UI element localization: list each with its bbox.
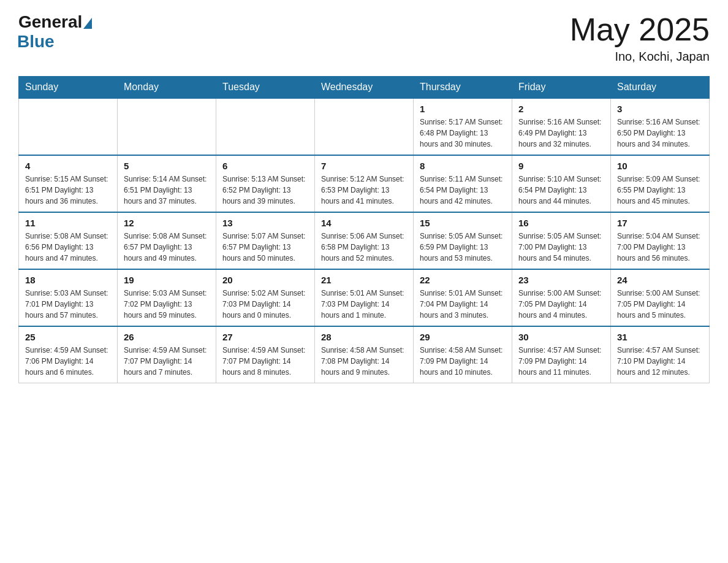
- day-number: 25: [25, 332, 111, 342]
- day-number: 31: [617, 332, 703, 342]
- calendar-cell: 22Sunrise: 5:01 AM Sunset: 7:04 PM Dayli…: [414, 269, 512, 326]
- day-number: 3: [617, 104, 703, 114]
- location-title: Ino, Kochi, Japan: [570, 50, 710, 64]
- calendar-cell: 19Sunrise: 5:03 AM Sunset: 7:02 PM Dayli…: [118, 269, 216, 326]
- day-info: Sunrise: 5:04 AM Sunset: 7:00 PM Dayligh…: [617, 231, 703, 264]
- day-info: Sunrise: 5:13 AM Sunset: 6:52 PM Dayligh…: [222, 174, 308, 207]
- day-number: 4: [25, 161, 111, 171]
- day-info: Sunrise: 5:05 AM Sunset: 7:00 PM Dayligh…: [518, 231, 604, 264]
- day-number: 29: [420, 332, 506, 342]
- day-number: 5: [124, 161, 210, 171]
- calendar-cell: 2Sunrise: 5:16 AM Sunset: 6:49 PM Daylig…: [512, 98, 611, 155]
- day-info: Sunrise: 5:00 AM Sunset: 7:05 PM Dayligh…: [518, 288, 604, 321]
- calendar-cell: 10Sunrise: 5:09 AM Sunset: 6:55 PM Dayli…: [611, 155, 710, 212]
- logo-blue-text: Blue: [17, 32, 55, 52]
- day-number: 15: [420, 218, 506, 228]
- weekday-header-monday: Monday: [118, 77, 216, 99]
- calendar-cell: 11Sunrise: 5:08 AM Sunset: 6:56 PM Dayli…: [19, 212, 118, 269]
- day-number: 10: [617, 161, 703, 171]
- weekday-header-saturday: Saturday: [611, 77, 710, 99]
- day-info: Sunrise: 4:58 AM Sunset: 7:08 PM Dayligh…: [321, 345, 407, 378]
- day-number: 6: [222, 161, 308, 171]
- day-info: Sunrise: 5:16 AM Sunset: 6:50 PM Dayligh…: [617, 117, 703, 150]
- day-number: 9: [518, 161, 604, 171]
- week-row-3: 11Sunrise: 5:08 AM Sunset: 6:56 PM Dayli…: [19, 212, 710, 269]
- calendar-cell: [216, 98, 315, 155]
- page-header: General Blue May 2025 Ino, Kochi, Japan: [18, 12, 710, 64]
- day-info: Sunrise: 5:07 AM Sunset: 6:57 PM Dayligh…: [222, 231, 308, 264]
- week-row-1: 1Sunrise: 5:17 AM Sunset: 6:48 PM Daylig…: [19, 98, 710, 155]
- day-info: Sunrise: 5:08 AM Sunset: 6:57 PM Dayligh…: [124, 231, 210, 264]
- day-info: Sunrise: 5:16 AM Sunset: 6:49 PM Dayligh…: [518, 117, 604, 150]
- day-info: Sunrise: 5:15 AM Sunset: 6:51 PM Dayligh…: [25, 174, 111, 207]
- calendar-cell: 5Sunrise: 5:14 AM Sunset: 6:51 PM Daylig…: [118, 155, 216, 212]
- day-number: 11: [25, 218, 111, 228]
- calendar-cell: 23Sunrise: 5:00 AM Sunset: 7:05 PM Dayli…: [512, 269, 611, 326]
- day-info: Sunrise: 5:08 AM Sunset: 6:56 PM Dayligh…: [25, 231, 111, 264]
- day-info: Sunrise: 5:12 AM Sunset: 6:53 PM Dayligh…: [321, 174, 407, 207]
- day-number: 13: [222, 218, 308, 228]
- weekday-header-tuesday: Tuesday: [216, 77, 315, 99]
- calendar-cell: 31Sunrise: 4:57 AM Sunset: 7:10 PM Dayli…: [611, 326, 710, 383]
- week-row-2: 4Sunrise: 5:15 AM Sunset: 6:51 PM Daylig…: [19, 155, 710, 212]
- calendar-cell: 16Sunrise: 5:05 AM Sunset: 7:00 PM Dayli…: [512, 212, 611, 269]
- calendar-cell: 13Sunrise: 5:07 AM Sunset: 6:57 PM Dayli…: [216, 212, 315, 269]
- month-title: May 2025: [570, 12, 710, 47]
- calendar-cell: 14Sunrise: 5:06 AM Sunset: 6:58 PM Dayli…: [315, 212, 414, 269]
- day-number: 21: [321, 275, 407, 285]
- calendar-table: SundayMondayTuesdayWednesdayThursdayFrid…: [18, 76, 710, 383]
- day-number: 26: [124, 332, 210, 342]
- day-number: 14: [321, 218, 407, 228]
- calendar-cell: 18Sunrise: 5:03 AM Sunset: 7:01 PM Dayli…: [19, 269, 118, 326]
- day-number: 30: [518, 332, 604, 342]
- calendar-cell: 9Sunrise: 5:10 AM Sunset: 6:54 PM Daylig…: [512, 155, 611, 212]
- calendar-cell: [118, 98, 216, 155]
- day-info: Sunrise: 5:11 AM Sunset: 6:54 PM Dayligh…: [420, 174, 506, 207]
- day-info: Sunrise: 4:58 AM Sunset: 7:09 PM Dayligh…: [420, 345, 506, 378]
- calendar-cell: 8Sunrise: 5:11 AM Sunset: 6:54 PM Daylig…: [414, 155, 512, 212]
- day-info: Sunrise: 5:10 AM Sunset: 6:54 PM Dayligh…: [518, 174, 604, 207]
- day-number: 23: [518, 275, 604, 285]
- week-row-4: 18Sunrise: 5:03 AM Sunset: 7:01 PM Dayli…: [19, 269, 710, 326]
- day-number: 1: [420, 104, 506, 114]
- calendar-cell: 26Sunrise: 4:59 AM Sunset: 7:07 PM Dayli…: [118, 326, 216, 383]
- day-info: Sunrise: 5:02 AM Sunset: 7:03 PM Dayligh…: [222, 288, 308, 321]
- day-number: 2: [518, 104, 604, 114]
- calendar-cell: 20Sunrise: 5:02 AM Sunset: 7:03 PM Dayli…: [216, 269, 315, 326]
- day-info: Sunrise: 4:59 AM Sunset: 7:07 PM Dayligh…: [222, 345, 308, 378]
- calendar-cell: 27Sunrise: 4:59 AM Sunset: 7:07 PM Dayli…: [216, 326, 315, 383]
- weekday-header-sunday: Sunday: [19, 77, 118, 99]
- day-number: 18: [25, 275, 111, 285]
- day-number: 27: [222, 332, 308, 342]
- calendar-cell: 30Sunrise: 4:57 AM Sunset: 7:09 PM Dayli…: [512, 326, 611, 383]
- calendar-cell: 7Sunrise: 5:12 AM Sunset: 6:53 PM Daylig…: [315, 155, 414, 212]
- day-info: Sunrise: 5:01 AM Sunset: 7:04 PM Dayligh…: [420, 288, 506, 321]
- day-info: Sunrise: 5:17 AM Sunset: 6:48 PM Dayligh…: [420, 117, 506, 150]
- day-info: Sunrise: 5:14 AM Sunset: 6:51 PM Dayligh…: [124, 174, 210, 207]
- logo: General Blue: [18, 12, 92, 52]
- day-number: 16: [518, 218, 604, 228]
- day-number: 7: [321, 161, 407, 171]
- calendar-cell: 25Sunrise: 4:59 AM Sunset: 7:06 PM Dayli…: [19, 326, 118, 383]
- calendar-cell: 12Sunrise: 5:08 AM Sunset: 6:57 PM Dayli…: [118, 212, 216, 269]
- day-info: Sunrise: 5:03 AM Sunset: 7:01 PM Dayligh…: [25, 288, 111, 321]
- day-number: 17: [617, 218, 703, 228]
- weekday-header-wednesday: Wednesday: [315, 77, 414, 99]
- day-info: Sunrise: 4:57 AM Sunset: 7:10 PM Dayligh…: [617, 345, 703, 378]
- day-info: Sunrise: 4:59 AM Sunset: 7:07 PM Dayligh…: [124, 345, 210, 378]
- day-number: 22: [420, 275, 506, 285]
- calendar-cell: 4Sunrise: 5:15 AM Sunset: 6:51 PM Daylig…: [19, 155, 118, 212]
- calendar-cell: 24Sunrise: 5:00 AM Sunset: 7:05 PM Dayli…: [611, 269, 710, 326]
- calendar-cell: [315, 98, 414, 155]
- day-number: 19: [124, 275, 210, 285]
- calendar-cell: 17Sunrise: 5:04 AM Sunset: 7:00 PM Dayli…: [611, 212, 710, 269]
- day-info: Sunrise: 5:05 AM Sunset: 6:59 PM Dayligh…: [420, 231, 506, 264]
- calendar-cell: 3Sunrise: 5:16 AM Sunset: 6:50 PM Daylig…: [611, 98, 710, 155]
- day-number: 12: [124, 218, 210, 228]
- weekday-header-friday: Friday: [512, 77, 611, 99]
- day-info: Sunrise: 5:00 AM Sunset: 7:05 PM Dayligh…: [617, 288, 703, 321]
- calendar-cell: 21Sunrise: 5:01 AM Sunset: 7:03 PM Dayli…: [315, 269, 414, 326]
- day-info: Sunrise: 4:59 AM Sunset: 7:06 PM Dayligh…: [25, 345, 111, 378]
- weekday-header-row: SundayMondayTuesdayWednesdayThursdayFrid…: [19, 77, 710, 99]
- title-section: May 2025 Ino, Kochi, Japan: [570, 12, 710, 64]
